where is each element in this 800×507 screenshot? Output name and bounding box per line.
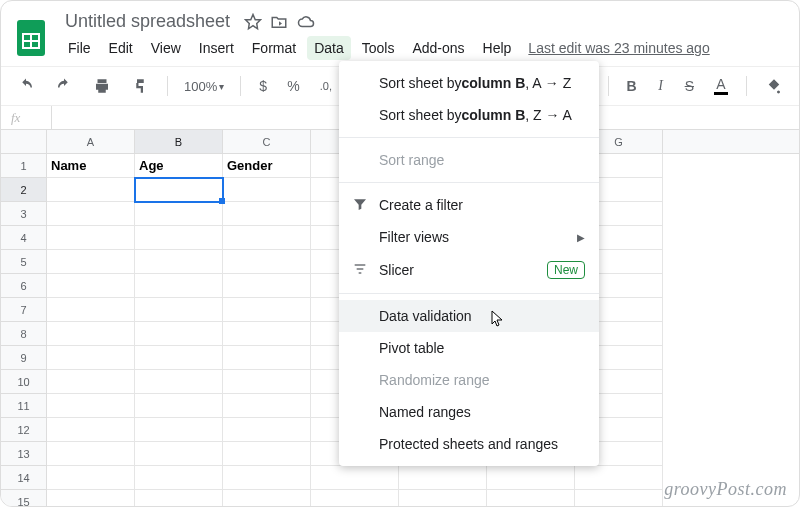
row-header[interactable]: 5 [1, 250, 47, 274]
cell[interactable] [135, 394, 223, 418]
row-header[interactable]: 4 [1, 226, 47, 250]
cell[interactable] [223, 442, 311, 466]
cell[interactable] [223, 418, 311, 442]
cell[interactable] [47, 274, 135, 298]
row-header[interactable]: 6 [1, 274, 47, 298]
cell[interactable] [223, 226, 311, 250]
row-header[interactable]: 9 [1, 346, 47, 370]
cell[interactable] [399, 490, 487, 507]
row-header[interactable]: 10 [1, 370, 47, 394]
cell[interactable] [135, 418, 223, 442]
document-title[interactable]: Untitled spreadsheet [61, 9, 234, 34]
cell[interactable] [135, 490, 223, 507]
strikethrough-button[interactable]: S [679, 74, 700, 98]
last-edit-link[interactable]: Last edit was 23 minutes ago [528, 40, 709, 56]
cell[interactable] [223, 274, 311, 298]
menu-edit[interactable]: Edit [102, 36, 140, 60]
cell[interactable] [223, 490, 311, 507]
cell[interactable] [223, 394, 311, 418]
menu-create-filter[interactable]: Create a filter [339, 189, 599, 221]
cell[interactable] [47, 202, 135, 226]
cell[interactable] [47, 370, 135, 394]
cloud-icon[interactable] [296, 13, 316, 31]
row-header[interactable]: 7 [1, 298, 47, 322]
menu-insert[interactable]: Insert [192, 36, 241, 60]
cell[interactable] [47, 322, 135, 346]
cell[interactable]: Age [135, 154, 223, 178]
move-icon[interactable] [270, 13, 288, 31]
cell[interactable] [47, 250, 135, 274]
cell[interactable] [223, 466, 311, 490]
cell[interactable] [47, 418, 135, 442]
cell[interactable] [47, 466, 135, 490]
cell[interactable] [223, 346, 311, 370]
print-button[interactable] [87, 73, 117, 99]
cell[interactable] [135, 274, 223, 298]
cell[interactable] [223, 370, 311, 394]
cell[interactable] [135, 322, 223, 346]
row-header[interactable]: 14 [1, 466, 47, 490]
cell[interactable] [135, 370, 223, 394]
cell[interactable] [575, 490, 663, 507]
row-header[interactable]: 1 [1, 154, 47, 178]
format-percent-button[interactable]: % [281, 74, 305, 98]
cell[interactable] [487, 490, 575, 507]
cell[interactable] [47, 298, 135, 322]
row-header[interactable]: 3 [1, 202, 47, 226]
cell[interactable] [135, 442, 223, 466]
cell[interactable] [487, 466, 575, 490]
cell[interactable] [135, 346, 223, 370]
fill-color-button[interactable] [759, 73, 789, 99]
cell[interactable] [135, 226, 223, 250]
cell[interactable]: Name [47, 154, 135, 178]
menu-data[interactable]: Data [307, 36, 351, 60]
column-header[interactable]: B [135, 130, 223, 153]
cell[interactable] [47, 226, 135, 250]
row-header[interactable]: 13 [1, 442, 47, 466]
menu-data-validation[interactable]: Data validation [339, 300, 599, 332]
column-header[interactable]: C [223, 130, 311, 153]
menu-slicer[interactable]: Slicer New [339, 253, 599, 287]
redo-button[interactable] [49, 73, 79, 99]
cell[interactable] [311, 490, 399, 507]
column-header[interactable]: A [47, 130, 135, 153]
zoom-select[interactable]: 100% ▾ [180, 79, 228, 94]
row-header[interactable]: 2 [1, 178, 47, 202]
cell[interactable] [47, 178, 135, 202]
cell[interactable] [223, 202, 311, 226]
menu-file[interactable]: File [61, 36, 98, 60]
menu-help[interactable]: Help [476, 36, 519, 60]
cell[interactable] [223, 250, 311, 274]
cell[interactable] [47, 442, 135, 466]
menu-addons[interactable]: Add-ons [405, 36, 471, 60]
cell[interactable] [135, 250, 223, 274]
menu-tools[interactable]: Tools [355, 36, 402, 60]
undo-button[interactable] [11, 73, 41, 99]
cell[interactable] [311, 466, 399, 490]
cell[interactable] [135, 466, 223, 490]
menu-protected-sheets[interactable]: Protected sheets and ranges [339, 428, 599, 460]
menu-sort-sheet-az[interactable]: Sort sheet by column B, A → Z [339, 67, 599, 99]
menu-filter-views[interactable]: Filter views ▶ [339, 221, 599, 253]
menu-named-ranges[interactable]: Named ranges [339, 396, 599, 428]
row-header[interactable]: 15 [1, 490, 47, 507]
cell[interactable]: Gender [223, 154, 311, 178]
row-header[interactable]: 12 [1, 418, 47, 442]
menu-view[interactable]: View [144, 36, 188, 60]
italic-button[interactable]: I [651, 74, 671, 98]
cell[interactable] [47, 490, 135, 507]
menu-format[interactable]: Format [245, 36, 303, 60]
bold-button[interactable]: B [621, 74, 643, 98]
cell[interactable] [399, 466, 487, 490]
sheets-logo[interactable] [11, 18, 51, 58]
menu-pivot-table[interactable]: Pivot table [339, 332, 599, 364]
decrease-decimal-button[interactable]: .0, [314, 76, 338, 96]
cell[interactable] [575, 466, 663, 490]
cell[interactable] [223, 298, 311, 322]
paint-format-button[interactable] [125, 73, 155, 99]
cell[interactable] [47, 346, 135, 370]
cell[interactable] [135, 298, 223, 322]
menu-sort-sheet-za[interactable]: Sort sheet by column B, Z → A [339, 99, 599, 131]
star-icon[interactable] [244, 13, 262, 31]
cell[interactable] [135, 202, 223, 226]
